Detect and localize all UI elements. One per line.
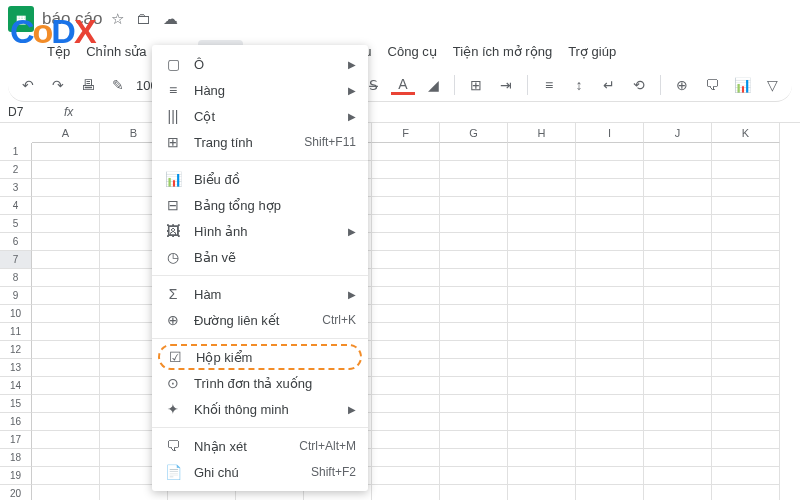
cell[interactable] bbox=[440, 269, 508, 287]
cell[interactable] bbox=[508, 233, 576, 251]
column-header[interactable]: G bbox=[440, 123, 508, 143]
row-header[interactable]: 15 bbox=[0, 395, 32, 413]
cell[interactable] bbox=[712, 251, 780, 269]
row-header[interactable]: 2 bbox=[0, 161, 32, 179]
comment-icon[interactable]: 🗨 bbox=[700, 73, 724, 97]
cell[interactable] bbox=[712, 269, 780, 287]
row-header[interactable]: 4 bbox=[0, 197, 32, 215]
cell[interactable] bbox=[372, 161, 440, 179]
cell[interactable] bbox=[644, 179, 712, 197]
cell[interactable] bbox=[32, 179, 100, 197]
row-header[interactable]: 11 bbox=[0, 323, 32, 341]
cell[interactable] bbox=[576, 341, 644, 359]
row-header[interactable]: 16 bbox=[0, 413, 32, 431]
undo-icon[interactable]: ↶ bbox=[16, 73, 40, 97]
cell[interactable] bbox=[712, 161, 780, 179]
cell[interactable] bbox=[712, 305, 780, 323]
row-header[interactable]: 3 bbox=[0, 179, 32, 197]
cell[interactable] bbox=[712, 215, 780, 233]
column-header[interactable]: K bbox=[712, 123, 780, 143]
menu-item-ghi-chú[interactable]: 📄Ghi chúShift+F2 bbox=[152, 459, 368, 485]
column-header[interactable]: I bbox=[576, 123, 644, 143]
cell[interactable] bbox=[440, 485, 508, 500]
menu-help[interactable]: Trợ giúp bbox=[561, 40, 623, 63]
cell[interactable] bbox=[508, 179, 576, 197]
link-icon[interactable]: ⊕ bbox=[670, 73, 694, 97]
cell[interactable] bbox=[372, 431, 440, 449]
cell[interactable] bbox=[644, 287, 712, 305]
cell[interactable] bbox=[372, 467, 440, 485]
menu-item-hình-ảnh[interactable]: 🖼Hình ảnh▶ bbox=[152, 218, 368, 244]
valign-icon[interactable]: ↕ bbox=[567, 73, 591, 97]
cell[interactable] bbox=[576, 323, 644, 341]
cell[interactable] bbox=[32, 413, 100, 431]
star-icon[interactable]: ☆ bbox=[111, 10, 124, 28]
filter-icon[interactable]: ▽ bbox=[760, 73, 784, 97]
cell[interactable] bbox=[508, 431, 576, 449]
column-header[interactable]: A bbox=[32, 123, 100, 143]
cell[interactable] bbox=[712, 377, 780, 395]
cell[interactable] bbox=[440, 179, 508, 197]
cell[interactable] bbox=[508, 323, 576, 341]
cell[interactable] bbox=[372, 197, 440, 215]
cell[interactable] bbox=[508, 251, 576, 269]
cell[interactable] bbox=[372, 251, 440, 269]
rotate-icon[interactable]: ⟲ bbox=[627, 73, 651, 97]
cell[interactable] bbox=[576, 161, 644, 179]
row-header[interactable]: 10 bbox=[0, 305, 32, 323]
menu-item-khối-thông-minh[interactable]: ✦Khối thông minh▶ bbox=[152, 396, 368, 422]
cell[interactable] bbox=[32, 323, 100, 341]
cell[interactable] bbox=[372, 287, 440, 305]
cell[interactable] bbox=[576, 449, 644, 467]
cell[interactable] bbox=[508, 215, 576, 233]
wrap-icon[interactable]: ↵ bbox=[597, 73, 621, 97]
row-header[interactable]: 5 bbox=[0, 215, 32, 233]
text-color-icon[interactable]: A bbox=[391, 75, 415, 95]
cell[interactable] bbox=[644, 467, 712, 485]
cell[interactable] bbox=[32, 143, 100, 161]
cell[interactable] bbox=[644, 431, 712, 449]
cell[interactable] bbox=[440, 215, 508, 233]
row-header[interactable]: 8 bbox=[0, 269, 32, 287]
cell[interactable] bbox=[712, 143, 780, 161]
menu-item-bảng-tổng-hợp[interactable]: ⊟Bảng tổng hợp bbox=[152, 192, 368, 218]
print-icon[interactable]: 🖶 bbox=[76, 73, 100, 97]
row-header[interactable]: 1 bbox=[0, 143, 32, 161]
cell[interactable] bbox=[712, 467, 780, 485]
cell[interactable] bbox=[372, 179, 440, 197]
cell[interactable] bbox=[644, 413, 712, 431]
cell[interactable] bbox=[32, 449, 100, 467]
column-header[interactable]: J bbox=[644, 123, 712, 143]
cell[interactable] bbox=[508, 269, 576, 287]
cell[interactable] bbox=[576, 467, 644, 485]
cell[interactable] bbox=[440, 449, 508, 467]
cell[interactable] bbox=[508, 395, 576, 413]
menu-item-biểu-đồ[interactable]: 📊Biểu đồ bbox=[152, 166, 368, 192]
row-header[interactable]: 20 bbox=[0, 485, 32, 500]
cell[interactable] bbox=[32, 341, 100, 359]
cell[interactable] bbox=[372, 305, 440, 323]
cell[interactable] bbox=[32, 251, 100, 269]
paint-format-icon[interactable]: ✎ bbox=[106, 73, 130, 97]
cell[interactable] bbox=[576, 377, 644, 395]
cell[interactable] bbox=[440, 143, 508, 161]
cell[interactable] bbox=[644, 305, 712, 323]
cell[interactable] bbox=[32, 485, 100, 500]
cell[interactable] bbox=[644, 251, 712, 269]
cell[interactable] bbox=[372, 269, 440, 287]
name-box[interactable]: D7 bbox=[8, 105, 56, 119]
cell[interactable] bbox=[712, 485, 780, 500]
menu-item-ô[interactable]: ▢Ô▶ bbox=[152, 51, 368, 77]
cell[interactable] bbox=[576, 287, 644, 305]
redo-icon[interactable]: ↷ bbox=[46, 73, 70, 97]
cell[interactable] bbox=[372, 485, 440, 500]
merge-icon[interactable]: ⇥ bbox=[494, 73, 518, 97]
cell[interactable] bbox=[712, 197, 780, 215]
cell[interactable] bbox=[32, 161, 100, 179]
cell[interactable] bbox=[712, 341, 780, 359]
cell[interactable] bbox=[32, 359, 100, 377]
cell[interactable] bbox=[440, 197, 508, 215]
cell[interactable] bbox=[508, 197, 576, 215]
cell[interactable] bbox=[712, 359, 780, 377]
cell[interactable] bbox=[508, 377, 576, 395]
